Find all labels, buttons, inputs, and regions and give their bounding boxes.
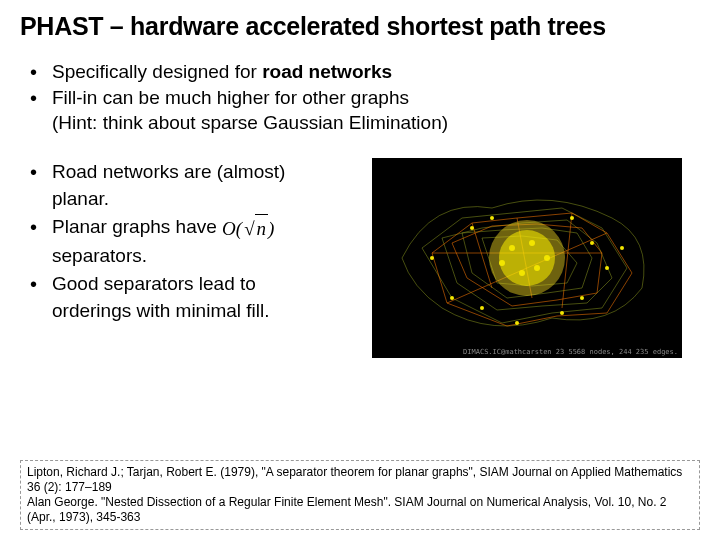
slide-title: PHAST – hardware accelerated shortest pa… [20, 12, 700, 41]
paren-close: ) [268, 218, 274, 239]
svg-point-23 [480, 306, 484, 310]
bullet-fillin: Fill-in can be much higher for other gra… [30, 85, 700, 111]
road-network-graph-image: DIMACS.IC@mathcarsten 23 5568 nodes, 244… [372, 158, 682, 358]
sqrt-icon: n [242, 214, 268, 243]
big-o: O [222, 218, 236, 239]
left-bullet-list: Road networks are (almost) planar. Plana… [30, 158, 360, 325]
svg-point-8 [509, 245, 515, 251]
svg-point-17 [450, 296, 454, 300]
svg-point-9 [529, 240, 535, 246]
mid-row: Road networks are (almost) planar. Plana… [30, 158, 700, 358]
graph-caption: DIMACS.IC@mathcarsten 23 5568 nodes, 244… [463, 348, 678, 356]
bullet-orderings: Good separators lead to orderings with m… [30, 270, 360, 325]
line: Good separators lead to [52, 273, 256, 294]
svg-point-15 [570, 216, 574, 220]
line: separators. [52, 245, 147, 266]
bullet-separators: Planar graphs have O(n) separators. [30, 213, 360, 270]
graph-svg [372, 158, 682, 358]
reference-1: Lipton, Richard J.; Tarjan, Robert E. (1… [27, 465, 693, 495]
svg-point-22 [580, 296, 584, 300]
references-box: Lipton, Richard J.; Tarjan, Robert E. (1… [20, 460, 700, 530]
top-bullet-list: Specifically designed for road networks … [30, 59, 700, 136]
svg-point-21 [590, 241, 594, 245]
svg-point-18 [560, 311, 564, 315]
svg-point-16 [605, 266, 609, 270]
svg-point-13 [534, 265, 540, 271]
sqrt-arg: n [255, 214, 269, 243]
line: Planar graphs have [52, 216, 217, 237]
svg-point-14 [470, 226, 474, 230]
bullet-planar: Road networks are (almost) planar. [30, 158, 360, 213]
svg-point-24 [515, 321, 519, 325]
big-o-formula: O(n) [222, 214, 274, 243]
bullet-text: Specifically designed for [52, 61, 262, 82]
line: planar. [52, 188, 109, 209]
line: Road networks are (almost) [52, 161, 285, 182]
svg-point-20 [490, 216, 494, 220]
svg-point-11 [519, 270, 525, 276]
svg-point-10 [544, 255, 550, 261]
bullet-bold: road networks [262, 61, 392, 82]
svg-point-12 [499, 260, 505, 266]
svg-point-25 [620, 246, 624, 250]
line: orderings with minimal fill. [52, 300, 270, 321]
bullet-road-networks: Specifically designed for road networks [30, 59, 700, 85]
svg-point-19 [430, 256, 434, 260]
reference-2: Alan George. "Nested Dissection of a Reg… [27, 495, 693, 525]
hint-text: (Hint: think about sparse Gaussian Elimi… [30, 110, 700, 136]
